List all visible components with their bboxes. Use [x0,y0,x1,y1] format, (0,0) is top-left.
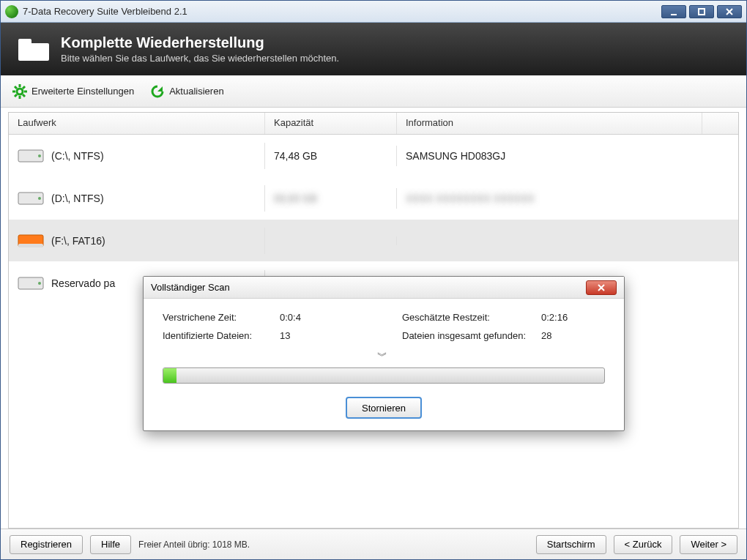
svg-rect-18 [18,244,43,247]
close-button[interactable] [717,5,742,18]
advanced-settings-button[interactable]: Erweiterte Einstellungen [12,84,134,99]
svg-line-12 [15,94,17,97]
total-files-value: 28 [541,330,551,341]
identified-files-value: 13 [280,330,290,341]
col-header-drive[interactable]: Laufwerk [9,113,265,134]
svg-line-11 [23,86,25,89]
drive-row-f[interactable]: (F:\, FAT16) [9,220,738,262]
maximize-button[interactable] [689,5,714,18]
list-header: Laufwerk Kapazität Information [9,113,738,135]
remaining-time-label: Geschätzte Restzeit: [402,312,541,323]
back-button[interactable]: < Zurück [614,535,673,554]
drive-info: SAMSUNG HD083GJ [397,146,738,166]
elapsed-time-value: 0:0:4 [280,312,301,323]
dialog-close-button[interactable] [586,280,617,295]
drive-row-c[interactable]: (C:\, NTFS) 74,48 GB SAMSUNG HD083GJ [9,135,738,177]
identified-files-label: Identifizierte Dateien: [163,330,280,341]
home-button[interactable]: Startschirm [536,535,606,554]
progress-fill [163,368,176,383]
drive-info: XXXX XXXXXXXX XXXXXX [397,188,738,209]
cancel-button[interactable]: Stornieren [346,397,422,419]
toolbar: Erweiterte Einstellungen Aktualisieren [1,75,746,108]
progress-bar [163,367,605,384]
drive-info [397,236,738,245]
hdd-icon-highlighted [18,232,44,250]
free-space-status: Freier Anteil übrig: 1018 MB. [138,540,250,550]
svg-point-16 [38,197,41,200]
drive-list-panel: Laufwerk Kapazität Information (C:\, NTF… [8,112,739,529]
footer-bar: Registrieren Hilfe Freier Anteil übrig: … [1,529,746,559]
refresh-icon [150,84,165,99]
svg-rect-3 [18,39,31,46]
hdd-icon [18,275,44,292]
svg-line-9 [15,86,17,89]
drive-capacity [265,236,397,245]
drive-label: Reservado pa [51,277,115,289]
gear-icon [12,84,27,99]
scan-progress-dialog: Vollständiger Scan Verstrichene Zeit: 0:… [143,276,625,431]
advanced-settings-label: Erweiterte Einstellungen [31,86,134,97]
next-button[interactable]: Weiter > [680,535,737,554]
refresh-label: Aktualisieren [169,86,223,97]
dialog-titlebar: Vollständiger Scan [144,277,624,299]
minimize-button[interactable] [661,5,686,18]
drive-label: (C:\, NTFS) [51,150,104,162]
drive-label: (D:\, NTFS) [51,193,104,204]
col-header-info[interactable]: Information [397,113,702,134]
help-button[interactable]: Hilfe [90,535,131,554]
total-files-label: Dateien insgesamt gefunden: [402,330,541,341]
page-subtitle: Bitte wählen Sie das Laufwerk, das Sie w… [61,53,339,64]
svg-line-10 [23,94,25,97]
drive-label: (F:\, FAT16) [51,235,105,247]
col-header-end [702,113,738,134]
page-title: Komplette Wiederherstellung [61,34,339,51]
folder-icon [17,36,51,62]
titlebar: 7-Data Recovery Suite Verbleibend 2.1 [1,1,746,23]
drive-capacity: 00,00 GB [265,188,397,209]
app-window: 7-Data Recovery Suite Verbleibend 2.1 Ko… [0,0,747,560]
dialog-title: Vollständiger Scan [151,282,230,293]
remaining-time-value: 0:2:16 [541,312,568,323]
hdd-icon [18,190,44,207]
drive-capacity: 74,48 GB [265,146,397,166]
expand-chevron-icon[interactable]: ︾ [163,350,605,363]
svg-rect-0 [671,14,677,15]
refresh-button[interactable]: Aktualisieren [150,84,223,99]
header-banner: Komplette Wiederherstellung Bitte wählen… [1,23,746,75]
app-icon [5,5,18,18]
window-title: 7-Data Recovery Suite Verbleibend 2.1 [23,6,661,17]
hdd-icon [18,147,44,165]
elapsed-time-label: Verstrichene Zeit: [163,312,280,323]
svg-point-4 [17,89,23,94]
svg-rect-1 [699,9,705,15]
svg-point-20 [38,282,41,285]
col-header-capacity[interactable]: Kapazität [265,113,397,134]
drive-row-d[interactable]: (D:\, NTFS) 00,00 GB XXXX XXXXXXXX XXXXX… [9,177,738,220]
svg-point-14 [38,154,41,157]
register-button[interactable]: Registrieren [10,535,83,554]
